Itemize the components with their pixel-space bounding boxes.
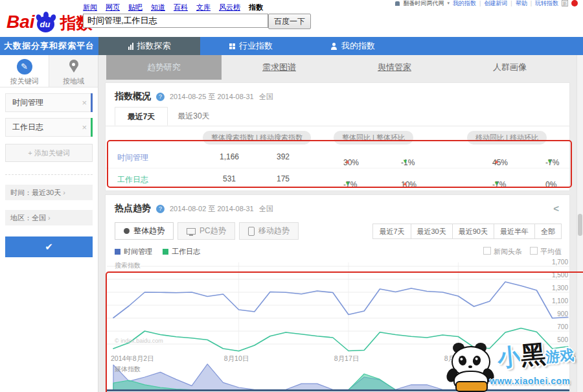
column-group-search-index[interactable]: 整体搜索指数 | 移动搜索指数 — [203, 131, 311, 144]
baidu-watermark: © index.baidu.com — [115, 338, 163, 344]
legend-item-time-management[interactable]: 时间管理 — [115, 247, 152, 257]
search-input[interactable] — [83, 14, 268, 28]
account-link-new-word[interactable]: 创建新词 — [484, 0, 507, 8]
range-7-days[interactable]: 最近7天 — [372, 224, 411, 239]
x-tick-label: 8月17日 — [327, 354, 366, 363]
mode-tab-label: 按关键词 — [0, 76, 49, 86]
monitor-icon — [187, 228, 196, 235]
svg-text:900: 900 — [557, 310, 568, 317]
overview-region: 全国 — [259, 92, 273, 102]
row-keyword[interactable]: 工作日志 — [117, 174, 148, 185]
flat-dash-icon: — — [547, 180, 553, 187]
tab-last-7-days[interactable]: 最近7天 — [115, 107, 168, 126]
trend-type-tabs: 整体趋势 PC趋势 移动趋势 — [115, 222, 299, 240]
red-app-icon[interactable] — [571, 0, 578, 6]
baidu-index-logo[interactable]: Bai du 指数 — [6, 8, 93, 33]
map-pin-icon — [66, 59, 82, 75]
mobile-search-index: 392 — [261, 152, 305, 161]
tab-label: PC趋势 — [200, 223, 226, 239]
search-button[interactable]: 百度一下 — [268, 14, 311, 29]
tab-label: 整体趋势 — [133, 223, 165, 239]
nav-web[interactable]: 网页 — [106, 3, 120, 12]
range-all[interactable]: 全部 — [535, 224, 562, 239]
range-90-days[interactable]: 最近90天 — [453, 224, 494, 239]
column-group-overall-change[interactable]: 整体同比 | 整体环比 — [334, 131, 413, 144]
region-filter-label: 地区：全国 — [10, 214, 46, 222]
tab-label: 指数探索 — [137, 40, 171, 52]
media-index-label: 媒体指数 — [115, 365, 141, 374]
help-icon[interactable]: ? — [156, 93, 165, 101]
checkbox-average[interactable]: 平均值 — [530, 247, 562, 257]
overview-range-tabs: 最近7天 最近30天 — [106, 107, 569, 126]
svg-text:1,100: 1,100 — [552, 297, 568, 305]
nav-news[interactable]: 新闻 — [83, 3, 97, 12]
check-icon: ✔ — [45, 241, 53, 252]
share-icon[interactable]: < — [553, 203, 559, 214]
chevron-right-icon: › — [63, 189, 65, 196]
add-keyword-button[interactable]: + 添加关键词 — [5, 144, 93, 162]
row-keyword[interactable]: 时间管理 — [117, 152, 148, 163]
tab-trend-research[interactable]: 趋势研究 — [106, 55, 222, 80]
nav-tieba[interactable]: 贴吧 — [128, 3, 143, 12]
tab-my-index[interactable]: 我的指数 — [302, 37, 404, 55]
checkbox-icon[interactable] — [483, 247, 491, 255]
new-badge-icon: 新 — [562, 0, 568, 6]
tab-sentiment-manager[interactable]: 舆情管家 — [337, 55, 452, 80]
help-icon[interactable]: ? — [156, 205, 165, 213]
tab-industry-index[interactable]: 行业指数 — [200, 37, 302, 55]
checkbox-icon[interactable] — [530, 247, 538, 255]
tab-mobile-trend[interactable]: 移动趋势 — [239, 222, 299, 240]
mode-tab-by-keyword[interactable]: ✎ 按关键词 — [0, 55, 49, 87]
overall-search-index: 531 — [204, 174, 255, 183]
account-link-play[interactable]: 玩转指数 — [535, 0, 558, 8]
column-group-mobile-change[interactable]: 移动同比 | 移动环比 — [467, 131, 547, 144]
mode-tab-by-region[interactable]: 按地域 — [49, 55, 98, 87]
tab-pc-trend[interactable]: PC趋势 — [177, 222, 235, 240]
overview-header: 指数概况 ? 2014-08-25 至 2014-08-31 全国 — [115, 91, 273, 102]
nav-index-current[interactable]: 指数 — [249, 3, 263, 12]
arrow-up-icon: ▲ — [494, 158, 499, 165]
watermark-char: 小 — [496, 343, 521, 371]
tab-overall-trend[interactable]: 整体趋势 — [115, 222, 174, 240]
nav-wenku[interactable]: 文库 — [196, 3, 211, 12]
keyword-color-accent — [91, 118, 93, 137]
svg-text:700: 700 — [557, 323, 568, 330]
account-bar: 翻番时间两代网 ▾ 我的指数| 创建新词| 帮助| 玩转指数 新 — [395, 0, 578, 6]
range-30-days[interactable]: 最近30天 — [411, 224, 453, 239]
phone-icon — [248, 227, 255, 236]
trend-region: 全国 — [259, 204, 273, 214]
account-link-my-index[interactable]: 我的指数 — [453, 0, 476, 8]
keyword-sidebar: ✎ 按关键词 按地域 时间管理 × 工作日志 × + 添加关键词 时间：最近30… — [0, 55, 98, 392]
chart-legend: 时间管理 工作日志 — [115, 247, 200, 257]
keyword-chip-time-management[interactable]: 时间管理 × — [5, 93, 93, 112]
account-link-help[interactable]: 帮助 — [516, 0, 527, 8]
baidu-paw-icon: du — [36, 10, 56, 33]
time-filter[interactable]: 时间：最近30天› — [5, 185, 93, 200]
confirm-button[interactable]: ✔ — [5, 236, 93, 257]
close-icon[interactable]: × — [82, 119, 87, 136]
x-tick-label: 8月10日 — [217, 354, 256, 363]
scrollbar-thumb[interactable] — [578, 214, 582, 236]
nav-zhidao[interactable]: 知道 — [151, 3, 165, 12]
tab-audience-profile[interactable]: 人群画像 — [452, 55, 567, 80]
checkbox-news-headlines[interactable]: 新闻头条 — [483, 247, 522, 257]
keyword-color-accent — [91, 93, 93, 112]
tab-index-explore[interactable]: 指数探索 — [98, 37, 200, 55]
range-half-year[interactable]: 最近半年 — [494, 224, 535, 239]
tab-demand-map[interactable]: 需求图谱 — [222, 55, 337, 80]
site-watermark: 小黑游戏 www.xiaohei.com — [448, 337, 583, 392]
overview-date-range: 2014-08-25 至 2014-08-31 — [170, 92, 254, 102]
tab-last-30-days[interactable]: 最近30天 — [168, 107, 220, 126]
legend-item-work-log[interactable]: 工作日志 — [163, 247, 200, 257]
nav-baike[interactable]: 百科 — [174, 3, 188, 12]
region-filter[interactable]: 地区：全国› — [5, 210, 93, 225]
bar-chart-icon — [128, 43, 133, 50]
watermark-char: 黑 — [520, 340, 547, 369]
watermark-char: 游戏 — [545, 347, 575, 365]
nav-fengyunbang[interactable]: 风云榜 — [219, 3, 240, 12]
close-icon[interactable]: × — [82, 94, 87, 111]
username[interactable]: 翻番时间两代网 — [403, 0, 444, 8]
top-nav: 新闻 网页 贴吧 知道 百科 文库 风云榜 指数 — [83, 3, 263, 12]
overall-search-index: 1,166 — [204, 152, 255, 161]
keyword-chip-work-log[interactable]: 工作日志 × — [5, 118, 93, 137]
